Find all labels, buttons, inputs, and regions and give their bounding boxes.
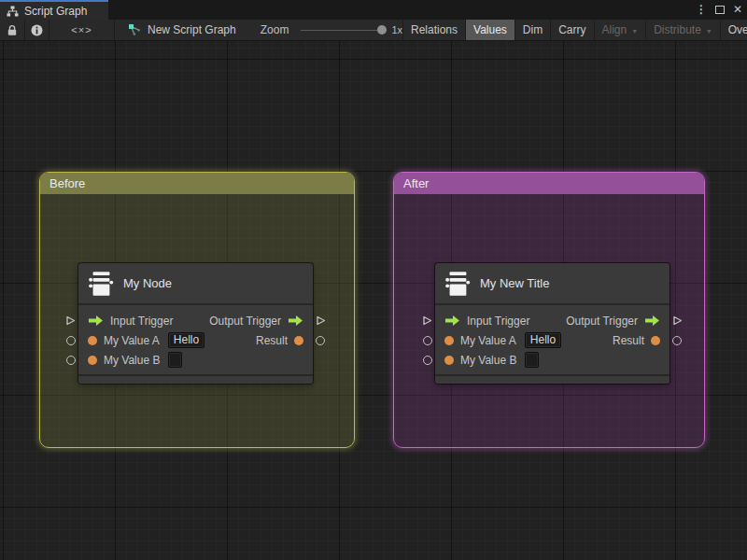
overview-button[interactable]: Overview — [721, 20, 747, 40]
dim-button[interactable]: Dim — [515, 20, 550, 40]
zoom-slider[interactable] — [301, 30, 383, 31]
lock-icon — [7, 24, 18, 36]
value-input-port-a[interactable] — [66, 336, 76, 345]
zoom-label: Zoom — [261, 23, 289, 36]
info-icon — [31, 24, 43, 36]
align-button[interactable]: Align ▼ — [595, 20, 646, 40]
flow-arrow-icon — [88, 315, 104, 327]
relations-label: Relations — [411, 23, 458, 36]
value-a-input[interactable]: Hello — [168, 332, 204, 348]
flow-input-port[interactable] — [422, 315, 432, 326]
my-value-a-label: My Value A — [104, 334, 160, 347]
node-footer — [78, 374, 313, 384]
carry-label: Carry — [558, 23, 585, 36]
overview-label: Overview — [728, 23, 747, 36]
tab-title: Script Graph — [24, 5, 87, 18]
value-a-row: My Value A Hello Result — [78, 330, 313, 350]
group-after-header[interactable]: After — [394, 173, 704, 194]
output-trigger-label: Output Trigger — [209, 315, 281, 328]
value-input-port-b[interactable] — [423, 356, 432, 365]
value-port-dot — [88, 336, 97, 345]
value-a-input[interactable]: Hello — [525, 332, 561, 348]
close-icon[interactable]: ✕ — [733, 4, 742, 15]
graph-name-label: New Script Graph — [148, 23, 236, 36]
result-label: Result — [256, 334, 288, 347]
zoom-value: 1x — [391, 24, 402, 35]
align-label: Align — [602, 23, 627, 36]
node-before[interactable]: My Node Input Trigger Output Trigger — [78, 263, 313, 384]
graph-toolbar: <×> New Script Graph Zoom 1x — [0, 20, 747, 41]
zoom-control: Zoom 1x — [261, 20, 402, 40]
group-before-title: Before — [49, 176, 85, 190]
node-after-body: Input Trigger Output Trigger My Value A … — [435, 305, 669, 370]
flow-input-port[interactable] — [65, 315, 76, 326]
result-label: Result — [613, 334, 644, 347]
distribute-label: Distribute — [654, 23, 701, 36]
node-title: My Node — [123, 276, 172, 290]
script-graph-window: Script Graph ⋮ ✕ — [0, 0, 747, 560]
value-port-dot — [88, 356, 97, 365]
chevron-down-icon: ▼ — [706, 28, 712, 35]
group-after-title: After — [403, 176, 429, 190]
node-before-body: Input Trigger Output Trigger My Value A … — [78, 305, 313, 370]
zoom-slider-handle[interactable] — [377, 25, 387, 35]
graph-name: New Script Graph — [115, 20, 236, 40]
value-port-dot — [444, 356, 454, 365]
code-icon: <×> — [71, 24, 92, 35]
tab-script-graph[interactable]: Script Graph — [0, 0, 108, 20]
flow-arrow-icon — [288, 315, 303, 327]
output-trigger-label: Output Trigger — [566, 315, 638, 328]
node-footer — [435, 374, 669, 384]
value-input-port-a[interactable] — [423, 336, 432, 345]
my-value-a-label: My Value A — [460, 334, 516, 347]
carry-button[interactable]: Carry — [551, 20, 593, 40]
window-menu-icon[interactable]: ⋮ — [696, 4, 707, 15]
input-trigger-label: Input Trigger — [467, 315, 529, 328]
script-graph-asset-icon — [128, 23, 141, 36]
code-view-button[interactable]: <×> — [49, 20, 114, 40]
value-port-dot — [651, 336, 660, 345]
node-after[interactable]: My New Title Input Trigger Output Trigge… — [435, 263, 669, 384]
inspector-button[interactable] — [25, 20, 49, 40]
value-input-port-b[interactable] — [66, 356, 76, 365]
value-b-row: My Value B — [435, 350, 669, 370]
hierarchy-icon — [7, 6, 19, 17]
unit-node-icon — [444, 270, 472, 298]
values-button[interactable]: Values — [466, 20, 514, 40]
graph-canvas[interactable]: Before After — [0, 41, 747, 560]
flow-arrow-icon — [644, 315, 660, 327]
value-port-dot — [294, 336, 303, 345]
flow-output-port[interactable] — [316, 315, 326, 326]
lock-button[interactable] — [0, 20, 24, 40]
chevron-down-icon: ▼ — [631, 28, 638, 35]
values-label: Values — [473, 23, 507, 36]
result-output-port[interactable] — [316, 336, 325, 345]
distribute-button[interactable]: Distribute ▼ — [646, 20, 720, 40]
tab-bar: Script Graph ⋮ ✕ — [0, 0, 747, 20]
value-port-dot — [444, 336, 454, 345]
dim-label: Dim — [523, 23, 543, 36]
node-after-header[interactable]: My New Title — [435, 263, 669, 305]
input-trigger-label: Input Trigger — [110, 315, 173, 328]
flow-output-port[interactable] — [672, 315, 683, 326]
value-b-input[interactable] — [525, 352, 539, 368]
node-before-header[interactable]: My Node — [78, 263, 313, 305]
value-a-row: My Value A Hello Result — [435, 330, 669, 350]
maximize-icon[interactable] — [715, 6, 725, 14]
result-output-port[interactable] — [672, 336, 682, 345]
my-value-b-label: My Value B — [460, 354, 516, 367]
my-value-b-label: My Value B — [104, 354, 160, 367]
value-b-row: My Value B — [78, 350, 313, 370]
group-before-header[interactable]: Before — [40, 173, 354, 194]
trigger-row: Input Trigger Output Trigger — [435, 311, 669, 330]
value-b-input[interactable] — [168, 352, 182, 368]
unit-node-icon — [87, 270, 115, 298]
node-title: My New Title — [480, 276, 549, 290]
window-controls: ⋮ ✕ — [696, 0, 742, 19]
relations-button[interactable]: Relations — [403, 20, 465, 40]
trigger-row: Input Trigger Output Trigger — [78, 311, 313, 330]
flow-arrow-icon — [444, 315, 460, 327]
